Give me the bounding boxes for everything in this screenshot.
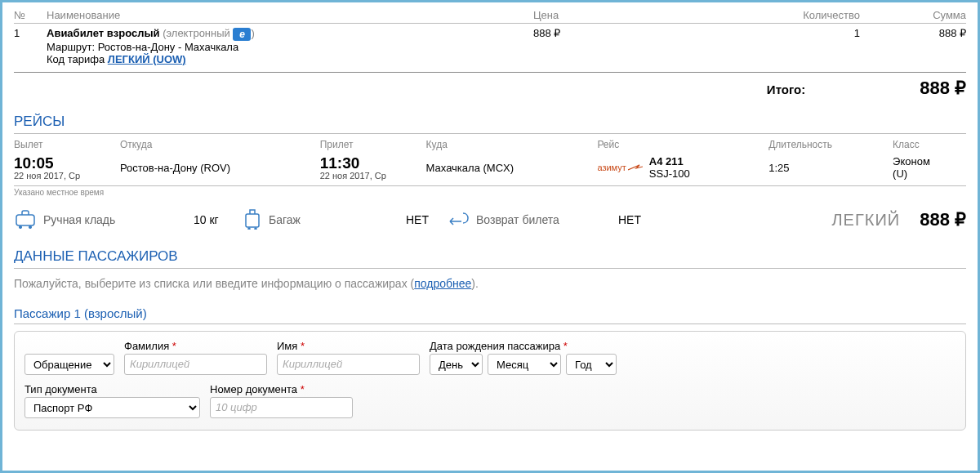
pax-section-title: ДАННЫЕ ПАССАЖИРОВ: [14, 248, 966, 269]
fh-arr: Прилет: [320, 139, 426, 150]
salutation-select[interactable]: Обращение: [24, 354, 114, 375]
pax-instruction: Пожалуйста, выберите из списка или введи…: [14, 270, 966, 306]
pax-instr-suffix: ).: [471, 277, 479, 290]
pax-form: Обращение Фамилия * Имя * Дата рождения …: [14, 331, 966, 431]
fh-flight: Рейс: [597, 139, 768, 150]
dep-date: 22 ноя 2017, Ср: [14, 171, 120, 181]
docnum-label: Номер документа: [210, 383, 297, 395]
duration-cell: 1:25: [768, 162, 893, 174]
dep-time: 10:05: [14, 155, 120, 171]
flight-cell: азимут А4 211 SSJ-100: [597, 155, 768, 180]
order-total-row: Итого: 888 ₽: [14, 73, 966, 114]
dob-year-select[interactable]: Год: [566, 354, 617, 375]
tariff-label: Код тарифа: [47, 53, 105, 65]
fh-dep: Вылет: [14, 139, 120, 150]
row-num: 1: [14, 27, 47, 65]
class-name: Эконом: [893, 155, 966, 167]
doctype-select[interactable]: Паспорт РФ: [24, 397, 200, 418]
svg-point-2: [29, 225, 32, 228]
total-label: Итого:: [767, 83, 805, 96]
svg-point-5: [255, 228, 256, 230]
ticket-title: Авиабилет взрослый: [47, 27, 160, 39]
refund-label: Возврат билета: [476, 213, 559, 226]
total-value: 888 ₽: [920, 78, 966, 99]
fare-row: Ручная кладь 10 кг Багаж НЕТ Возврат бил…: [14, 203, 966, 248]
tariff-link[interactable]: ЛЕГКИЙ (UOW): [108, 53, 186, 65]
flight-table-header: Вылет Откуда Прилет Куда Рейс Длительнос…: [14, 136, 966, 152]
arr-date: 22 ноя 2017, Ср: [320, 171, 426, 181]
baggage-label: Багаж: [269, 213, 301, 226]
firstname-input[interactable]: [277, 354, 420, 375]
row-price: 888 ₽: [533, 27, 697, 65]
fh-to: Куда: [426, 139, 598, 150]
class-code: (U): [893, 167, 966, 180]
refund-value: НЕТ: [618, 213, 667, 226]
dob-day-select[interactable]: День: [430, 354, 483, 375]
dob-month-select[interactable]: Месяц: [488, 354, 561, 375]
docnum-input[interactable]: [210, 397, 353, 418]
hand-luggage-value: 10 кг: [194, 213, 243, 226]
svg-point-1: [20, 225, 22, 228]
arr-time: 11:30: [320, 155, 426, 171]
fh-class: Класс: [893, 139, 966, 150]
col-header-name: Наименование: [47, 9, 533, 21]
fh-dur: Длительность: [768, 139, 893, 150]
dep-cell: 10:05 22 ноя 2017, Ср: [14, 155, 120, 181]
row-sum: 888 ₽: [860, 27, 966, 65]
route-label: Маршрут:: [47, 41, 95, 53]
svg-rect-0: [16, 215, 34, 225]
fh-from: Откуда: [120, 139, 320, 150]
refund-icon: [447, 210, 470, 230]
baggage-value: НЕТ: [406, 213, 447, 226]
baggage-icon: [243, 208, 262, 232]
col-header-price: Цена: [533, 9, 697, 21]
fare-tariff-name: ЛЕГКИЙ: [831, 211, 900, 230]
fare-price: 888 ₽: [920, 209, 966, 230]
hand-luggage-label: Ручная кладь: [43, 213, 115, 226]
col-header-sum: Сумма: [860, 9, 966, 21]
order-table-row: 1 Авиабилет взрослый (электронный e) Мар…: [14, 24, 966, 73]
flight-info: А4 211 SSJ-100: [649, 155, 690, 180]
flight-number: А4 211: [649, 155, 690, 167]
route-value: Ростов-на-Дону - Махачкала: [98, 41, 239, 53]
electronic-close: ): [251, 27, 254, 39]
pax-more-link[interactable]: подробнее: [414, 277, 471, 290]
dob-label: Дата рождения пассажира: [430, 340, 560, 352]
arr-cell: 11:30 22 ноя 2017, Ср: [320, 155, 426, 181]
pax-instr-prefix: Пожалуйста, выберите из списка или введи…: [14, 277, 414, 290]
firstname-label: Имя: [277, 340, 297, 352]
col-header-num: №: [14, 9, 47, 21]
electronic-label: (электронный: [163, 27, 230, 39]
local-time-note: Указано местное время: [14, 186, 966, 203]
doctype-label: Тип документа: [24, 383, 200, 395]
lastname-input[interactable]: [124, 354, 267, 375]
to-cell: Махачкала (MCX): [426, 162, 598, 174]
pax-header: Пассажир 1 (взрослый): [14, 306, 966, 324]
from-cell: Ростов-на-Дону (ROV): [120, 162, 320, 174]
carry-on-icon: [14, 209, 37, 231]
airline-logo-icon: азимут: [597, 163, 642, 172]
e-ticket-icon: e: [233, 28, 251, 41]
svg-point-4: [248, 228, 250, 230]
airline-name: азимут: [597, 163, 626, 172]
flight-row: 10:05 22 ноя 2017, Ср Ростов-на-Дону (RO…: [14, 152, 966, 186]
svg-rect-3: [246, 214, 259, 227]
row-qty: 1: [697, 27, 860, 65]
order-table-header: № Наименование Цена Количество Сумма: [14, 9, 966, 24]
col-header-qty: Количество: [697, 9, 860, 21]
aircraft-type: SSJ-100: [649, 167, 690, 180]
class-cell: Эконом (U): [893, 155, 966, 180]
lastname-label: Фамилия: [124, 340, 169, 352]
flights-section-title: РЕЙСЫ: [14, 114, 966, 134]
row-name: Авиабилет взрослый (электронный e) Маршр…: [47, 27, 533, 65]
